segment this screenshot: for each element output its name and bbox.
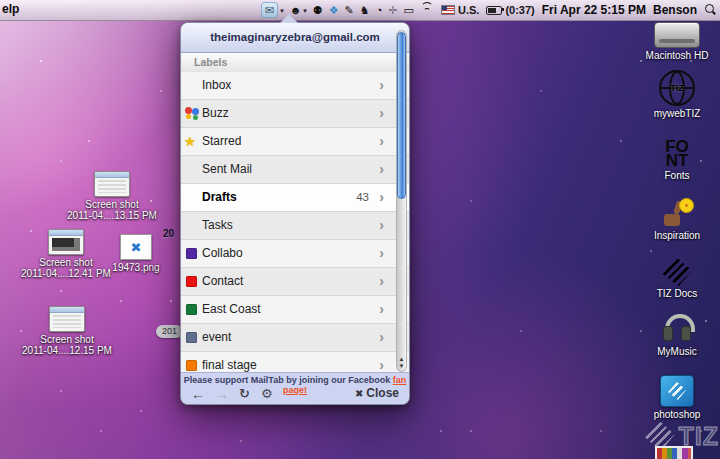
close-label: Close [366, 386, 399, 400]
desktop-icon-fonts[interactable]: FONTFonts [637, 134, 717, 181]
menu-clock[interactable]: Fri Apr 22 5:15 PM [542, 3, 646, 17]
help-menu-partial[interactable]: elp [2, 2, 19, 16]
footer-toolbar: ← → ↻ ⚙ ✖Close [181, 386, 409, 403]
label-name: Contact [202, 274, 243, 288]
user-menu[interactable]: Benson [653, 3, 697, 17]
label-name: East Coast [202, 302, 261, 316]
file-label-line1: Screen shot [67, 199, 157, 210]
label-row-collabo[interactable]: Collabo› [181, 240, 409, 268]
label-color-icon [186, 276, 197, 287]
label-row-tasks[interactable]: Tasks› [181, 212, 409, 240]
desktop-icon-tiz-docs[interactable]: TIZ Docs [637, 252, 717, 299]
icon-label: photoshop [637, 409, 717, 420]
support-prefix: Please support MailTab by joining our Fa… [184, 375, 390, 385]
label-name: Starred [202, 134, 241, 148]
icon-label: TIZ Docs [637, 288, 717, 299]
icon-label: MyMusic [637, 346, 717, 357]
tiz-scribble-icon [662, 258, 692, 286]
partial-image-icon[interactable] [655, 446, 693, 459]
scrollbar-thumb[interactable] [397, 32, 406, 199]
hard-drive-icon [654, 22, 700, 48]
badge-icon[interactable]: ⚉ [313, 5, 323, 16]
label-row-inbox[interactable]: Inbox› [181, 72, 409, 100]
wifi-icon[interactable] [421, 5, 434, 15]
battery-time: (0:37) [505, 5, 534, 16]
chevron-right-icon: › [379, 268, 384, 295]
popover-footer: Please support MailTab by joining our Fa… [181, 372, 409, 404]
label-name: final stage [202, 358, 257, 372]
battery-menu[interactable]: (0:37) [486, 5, 534, 16]
desktop-icon-inspiration[interactable]: ✱Inspiration [637, 194, 717, 241]
refresh-button[interactable]: ↻ [239, 386, 250, 401]
chevron-right-icon: › [379, 100, 384, 127]
screenshot-thumbnail-icon [48, 229, 84, 255]
label-name: Sent Mail [202, 162, 252, 176]
mailtab-envelope-icon[interactable]: ✉ [261, 2, 278, 18]
close-button[interactable]: ✖Close [355, 386, 399, 400]
partial-filename-tag: 201 [156, 325, 183, 338]
label-name: Inbox [202, 78, 231, 92]
desktop-icon-mywebtiz[interactable]: TIZmywebTIZ [637, 72, 717, 119]
dropdown-caret-icon: ▾ [303, 7, 307, 14]
settings-button[interactable]: ⚙ [261, 386, 273, 401]
input-source-label: U.S. [458, 5, 479, 16]
color-app-icon[interactable]: ❖ [329, 5, 339, 16]
chevron-right-icon: › [379, 212, 384, 239]
spotlight-icon[interactable] [704, 4, 716, 16]
back-button[interactable]: ← [191, 386, 205, 402]
label-name: Tasks [202, 218, 233, 232]
labels-list: Inbox›Buzz›★Starred›Sent Mail›Drafts43›T… [181, 72, 409, 373]
label-row-east-coast[interactable]: East Coast› [181, 296, 409, 324]
desktop-icon-mymusic[interactable]: MyMusic [637, 310, 717, 357]
chevron-right-icon: › [379, 240, 384, 267]
label-row-contact[interactable]: Contact› [181, 268, 409, 296]
battery-icon [486, 6, 502, 15]
label-row-drafts[interactable]: Drafts43› [181, 184, 409, 212]
image-thumbnail-icon: ✖ [120, 234, 152, 260]
scrollbar[interactable]: ▲▼ [396, 30, 407, 372]
label-color-icon [186, 304, 197, 315]
display-icon[interactable]: ▭ [404, 5, 414, 16]
desktop-icon-photoshop[interactable]: photoshop [637, 373, 717, 420]
forward-button[interactable]: → [215, 386, 229, 402]
crosshair-icon[interactable]: ✛ [388, 5, 397, 16]
file-label-line2: 2011-04....13.15 PM [67, 210, 157, 221]
menu-extras: ✉▾☻▾⚉❖✎♞◔✛▭ U.S. (0:37) Fri Apr 22 5:15 … [261, 0, 716, 20]
label-row-sent-mail[interactable]: Sent Mail› [181, 156, 409, 184]
label-name: Collabo [202, 246, 243, 260]
label-row-starred[interactable]: ★Starred› [181, 128, 409, 156]
screenshot-thumbnail-icon [94, 171, 130, 197]
file-label-line2: 2011-04....12.15 PM [9, 345, 125, 356]
thumbs-up-icon: ✱ [660, 198, 694, 228]
pen-icon[interactable]: ✎ [345, 5, 354, 16]
clock-icon[interactable]: ◔ [376, 5, 383, 16]
file-label-line1: 19473.png [101, 262, 171, 273]
label-name: Drafts [202, 190, 237, 204]
label-row-event[interactable]: event› [181, 324, 409, 352]
desktop-file-screen-shot-2011-04-13-15-pm[interactable]: Screen shot2011-04....13.15 PM [67, 170, 157, 221]
chevron-right-icon: › [379, 72, 384, 99]
chevron-right-icon: › [379, 352, 384, 373]
chevron-right-icon: › [379, 184, 384, 211]
label-count: 43 [356, 184, 369, 211]
evernote-icon[interactable]: ♞ [360, 5, 370, 16]
chevron-right-icon: › [379, 128, 384, 155]
desktop-file-19473-png[interactable]: ✖19473.png [101, 233, 171, 273]
chevron-right-icon: › [379, 324, 384, 351]
headphones-icon [661, 312, 693, 344]
labels-section-header: Labels [181, 53, 409, 73]
font-letters-icon: FONT [665, 140, 689, 168]
desktop-icon-macintosh-hd[interactable]: Macintosh HD [637, 20, 717, 61]
star-icon: ★ [184, 128, 196, 155]
label-row-buzz[interactable]: Buzz› [181, 100, 409, 128]
scrollbar-arrows[interactable]: ▲▼ [397, 356, 406, 370]
input-source-menu[interactable]: U.S. [441, 5, 479, 16]
icon-label: Inspiration [637, 230, 717, 241]
globe-icon: TIZ [659, 70, 695, 106]
screenshot-thumbnail-icon [49, 306, 85, 332]
chevron-right-icon: › [379, 296, 384, 323]
desktop-file-screen-shot-2011-04-12-15-pm[interactable]: Screen shot2011-04....12.15 PM [9, 305, 125, 356]
buzz-icon [185, 107, 199, 121]
label-row-final-stage[interactable]: final stage› [181, 352, 409, 373]
photoshop-icon [660, 375, 694, 407]
